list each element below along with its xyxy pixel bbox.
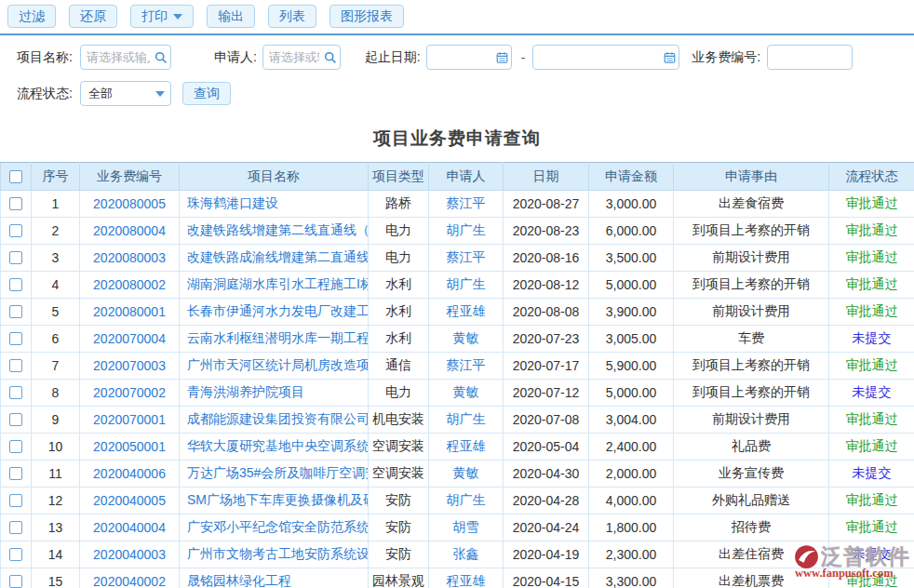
applicant-link[interactable]: 蔡江平 <box>429 245 504 272</box>
row-checkbox[interactable] <box>9 278 22 291</box>
project-name-link[interactable]: 珠海鹤港口建设 <box>180 191 369 218</box>
row-checkbox[interactable] <box>9 548 22 561</box>
status-badge[interactable]: 未提交 <box>829 541 914 568</box>
row-checkbox[interactable] <box>9 413 22 426</box>
select-all-checkbox[interactable] <box>9 170 22 183</box>
status-badge[interactable]: 审批通过 <box>829 488 914 514</box>
fee-no-link[interactable]: 2020080001 <box>80 299 180 326</box>
search-icon[interactable] <box>155 51 168 64</box>
fee-no-link[interactable]: 2020080002 <box>80 272 180 299</box>
list-view-button[interactable]: 列表 <box>268 5 316 28</box>
restore-button[interactable]: 还原 <box>69 5 117 28</box>
list-view-button-label: 列表 <box>279 8 305 25</box>
print-dropdown-button[interactable]: 打印 <box>130 5 194 28</box>
row-checkbox[interactable] <box>9 467 22 480</box>
filter-button[interactable]: 过滤 <box>7 5 56 28</box>
status-badge[interactable]: 审批通过 <box>829 218 914 245</box>
row-checkbox-cell <box>1 407 32 434</box>
applicant-link[interactable]: 黄敏 <box>429 461 504 488</box>
row-checkbox[interactable] <box>9 305 22 318</box>
applicant-link[interactable]: 黄敏 <box>429 326 504 353</box>
project-name-link[interactable]: 长春市伊通河水力发电厂改建工程 <box>180 299 369 326</box>
project-name-link[interactable]: 华软大厦研究基地中央空调系统工 <box>180 434 369 461</box>
calendar-icon[interactable] <box>496 51 508 63</box>
applicant-link[interactable]: 胡广生 <box>429 272 504 299</box>
row-checkbox[interactable] <box>9 359 22 372</box>
project-name-link[interactable]: 广州市天河区统计局机房改造项目 <box>180 353 369 380</box>
project-name-link[interactable]: 广州市文物考古工地安防系统设备 <box>180 541 369 568</box>
fee-no-link[interactable]: 2020040005 <box>80 488 180 514</box>
project-type: 水利 <box>369 272 429 299</box>
project-name-link[interactable]: 万达广场35#会所及咖啡厅空调安 <box>180 461 369 488</box>
fee-no-link[interactable]: 2020080003 <box>80 245 180 272</box>
status-badge[interactable]: 未提交 <box>829 461 914 488</box>
project-type: 电力 <box>369 245 429 272</box>
applicant-link[interactable]: 胡广生 <box>429 488 504 514</box>
project-name-link[interactable]: 改建铁路线增建第二线直通线（成 <box>180 218 369 245</box>
status-badge[interactable]: 审批通过 <box>829 272 914 299</box>
graphic-report-button[interactable]: 图形报表 <box>329 5 404 28</box>
applicant-link[interactable]: 程亚雄 <box>429 299 504 326</box>
row-checkbox[interactable] <box>9 494 22 507</box>
row-checkbox[interactable] <box>9 332 22 345</box>
apply-amount: 3,005.00 <box>589 326 674 353</box>
apply-reason: 前期设计费用 <box>674 299 829 326</box>
fee-no-link[interactable]: 2020080005 <box>80 191 180 218</box>
status-badge[interactable]: 未提交 <box>829 326 914 353</box>
row-checkbox[interactable] <box>9 386 22 399</box>
row-checkbox[interactable] <box>9 224 22 237</box>
fee-no-link[interactable]: 2020070004 <box>80 326 180 353</box>
applicant-link[interactable]: 程亚雄 <box>429 568 504 588</box>
status-badge[interactable]: 审批通过 <box>829 191 914 218</box>
search-icon[interactable] <box>324 51 337 64</box>
project-name-link[interactable]: SM广场地下车库更换摄像机及硬盘 <box>180 488 369 514</box>
fee-no-link[interactable]: 2020070002 <box>80 380 180 407</box>
project-type: 通信 <box>369 353 429 380</box>
status-badge[interactable]: 审批通过 <box>829 434 914 461</box>
row-checkbox[interactable] <box>9 197 22 210</box>
project-name-link[interactable]: 改建铁路成渝线增建第二直通线（ <box>180 245 369 272</box>
fee-no-link[interactable]: 2020070001 <box>80 407 180 434</box>
fee-no-input[interactable] <box>767 45 853 70</box>
status-badge[interactable]: 审批通过 <box>829 514 914 541</box>
fee-no-link[interactable]: 2020040004 <box>80 514 180 541</box>
apply-date: 2020-08-12 <box>504 272 589 299</box>
applicant-link[interactable]: 胡广生 <box>429 218 504 245</box>
status-badge[interactable]: 审批通过 <box>829 245 914 272</box>
applicant-link[interactable]: 黄敏 <box>429 380 504 407</box>
project-name-link[interactable]: 广安邓小平纪念馆安全防范系统维 <box>180 514 369 541</box>
applicant-link[interactable]: 蔡江平 <box>429 353 504 380</box>
query-button[interactable]: 查询 <box>182 82 231 105</box>
fee-no-link[interactable]: 2020040003 <box>80 541 180 568</box>
applicant-link[interactable]: 张鑫 <box>429 541 504 568</box>
applicant-link[interactable]: 程亚雄 <box>429 434 504 461</box>
fee-no-link[interactable]: 2020050001 <box>80 434 180 461</box>
status-badge[interactable]: 审批通过 <box>829 299 914 326</box>
project-name-link[interactable]: 成都能源建设集团投资有限公司临 <box>180 407 369 434</box>
flow-status-select[interactable]: 全部 <box>80 81 171 106</box>
row-checkbox[interactable] <box>9 251 22 264</box>
project-name-link[interactable]: 云南水利枢纽潜明水库一期工程施 <box>180 326 369 353</box>
fee-no-link[interactable]: 2020040002 <box>80 568 180 588</box>
fee-no-link[interactable]: 2020080004 <box>80 218 180 245</box>
project-name-link[interactable]: 晟铭园林绿化工程 <box>180 568 369 588</box>
row-checkbox[interactable] <box>9 575 22 588</box>
applicant-link[interactable]: 蔡江平 <box>429 191 504 218</box>
status-badge[interactable]: 审批通过 <box>829 568 914 588</box>
status-badge[interactable]: 未提交 <box>829 380 914 407</box>
applicant-link[interactable]: 胡雪 <box>429 514 504 541</box>
status-badge[interactable]: 审批通过 <box>829 353 914 380</box>
flow-status-selected-value: 全部 <box>88 86 113 102</box>
export-button[interactable]: 输出 <box>207 5 255 28</box>
calendar-icon[interactable] <box>664 51 676 63</box>
status-badge[interactable]: 审批通过 <box>829 407 914 434</box>
row-checkbox-cell <box>1 272 32 299</box>
project-name-link[interactable]: 青海洪湖养护院项目 <box>180 380 369 407</box>
fee-no-link[interactable]: 2020040006 <box>80 461 180 488</box>
row-checkbox[interactable] <box>9 440 22 453</box>
project-name-link[interactable]: 湖南洞庭湖水库引水工程施工I标 <box>180 272 369 299</box>
applicant-link[interactable]: 胡广生 <box>429 407 504 434</box>
fee-no-link[interactable]: 2020070003 <box>80 353 180 380</box>
date-end-input[interactable] <box>532 45 679 70</box>
row-checkbox[interactable] <box>9 521 22 534</box>
